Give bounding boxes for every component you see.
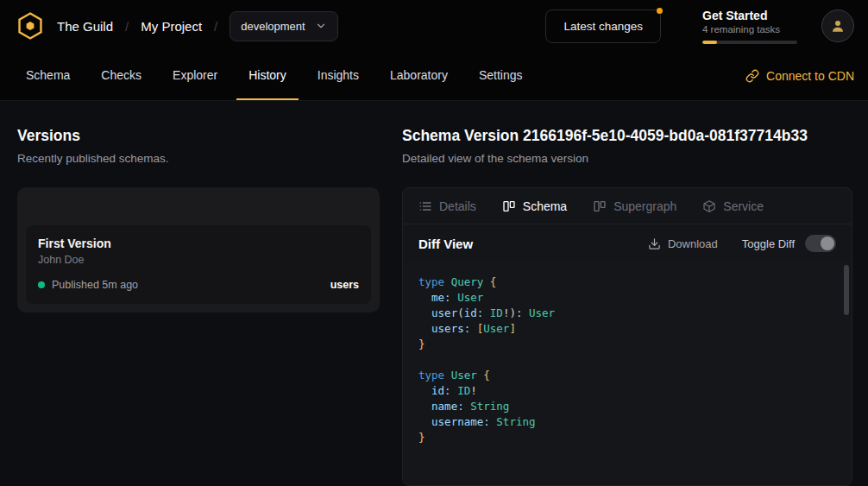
tab-settings[interactable]: Settings (467, 52, 535, 100)
detail-tab-label: Schema (523, 199, 567, 213)
download-button[interactable]: Download (648, 237, 718, 250)
detail-tabs: Details Schema Supergraph (403, 188, 852, 224)
version-status: Published 5m ago (38, 279, 330, 291)
target-selector-value: development (241, 20, 305, 33)
download-icon (648, 237, 661, 250)
code-block: type Query { me: User user(id: ID!): Use… (418, 275, 836, 445)
detail-tab-label: Supergraph (613, 199, 676, 213)
target-selector[interactable]: development (230, 11, 338, 41)
toggle-diff-label: Toggle Diff (742, 237, 795, 250)
version-detail-title: Schema Version 2166196f-5e10-4059-bd0a-0… (402, 127, 852, 145)
hive-logo-icon[interactable] (14, 9, 47, 42)
detail-tab-label: Details (439, 199, 476, 213)
connect-to-cdn-button[interactable]: Connect to CDN (745, 52, 854, 100)
version-detail-panel: Details Schema Supergraph (402, 187, 852, 486)
breadcrumb-separator: / (214, 19, 217, 34)
tab-schema[interactable]: Schema (14, 52, 82, 100)
latest-changes-label: Latest changes (563, 20, 643, 33)
breadcrumb-separator: / (125, 19, 129, 34)
tab-history[interactable]: History (236, 52, 299, 100)
download-label: Download (668, 237, 718, 250)
cube-icon (702, 199, 716, 213)
versions-card: First Version John Doe Published 5m ago … (17, 187, 380, 312)
get-started-title: Get Started (702, 9, 797, 22)
diff-header: Diff View Download Toggle Diff (403, 224, 852, 262)
detail-tab-supergraph[interactable]: Supergraph (593, 199, 676, 213)
breadcrumb: The Guild / My Project / development (57, 11, 338, 41)
main-nav: Schema Checks Explorer History Insights … (0, 52, 868, 101)
version-author: John Doe (38, 254, 330, 266)
diff-view-title: Diff View (418, 237, 648, 251)
get-started-progress-fill (702, 41, 717, 44)
breadcrumb-org[interactable]: The Guild (57, 19, 113, 34)
user-avatar[interactable] (821, 9, 854, 42)
chevron-down-icon (315, 20, 327, 32)
main-content: Versions Recently published schemas. Fir… (0, 101, 868, 486)
toggle-diff-group: Toggle Diff (742, 235, 836, 252)
version-name: First Version (38, 237, 330, 250)
toggle-diff-switch[interactable] (805, 235, 836, 252)
panels-icon (593, 199, 607, 213)
version-item-info: First Version John Doe Published 5m ago (38, 237, 330, 291)
code-scrollbar[interactable] (844, 265, 849, 483)
toggle-knob (821, 237, 834, 250)
version-detail-section: Schema Version 2166196f-5e10-4059-bd0a-0… (402, 127, 852, 486)
hexagon-logo-icon (16, 11, 45, 41)
breadcrumb-project[interactable]: My Project (141, 19, 202, 34)
panels-icon (502, 199, 516, 213)
versions-section: Versions Recently published schemas. Fir… (17, 127, 380, 486)
version-detail-subtitle: Detailed view of the schema version (402, 152, 852, 165)
get-started-widget[interactable]: Get Started 4 remaining tasks (702, 9, 797, 44)
detail-tab-service[interactable]: Service (702, 199, 764, 213)
get-started-progress-track (702, 41, 797, 44)
get-started-subtitle: 4 remaining tasks (702, 24, 797, 35)
detail-tab-details[interactable]: Details (418, 199, 476, 213)
latest-changes-button[interactable]: Latest changes (545, 9, 661, 43)
connect-to-cdn-label: Connect to CDN (766, 69, 854, 83)
code-scrollbar-thumb[interactable] (844, 265, 849, 315)
version-list-item[interactable]: First Version John Doe Published 5m ago … (26, 225, 371, 304)
detail-tab-label: Service (723, 199, 764, 213)
tab-checks[interactable]: Checks (89, 52, 154, 100)
list-icon (418, 199, 432, 213)
top-bar: The Guild / My Project / development Lat… (0, 0, 868, 52)
versions-title: Versions (17, 127, 380, 145)
person-icon (830, 18, 846, 34)
published-dot-icon (38, 281, 45, 288)
detail-tab-schema[interactable]: Schema (502, 199, 567, 213)
tab-explorer[interactable]: Explorer (160, 52, 230, 100)
schema-code-viewer[interactable]: type Query { me: User user(id: ID!): Use… (403, 262, 852, 485)
version-service-badge: users (330, 279, 359, 291)
app-root: The Guild / My Project / development Lat… (0, 0, 868, 486)
link-icon (745, 69, 759, 83)
version-status-text: Published 5m ago (52, 279, 138, 291)
tab-insights[interactable]: Insights (305, 52, 371, 100)
notification-dot (657, 8, 663, 14)
tab-laboratory[interactable]: Laboratory (378, 52, 460, 100)
versions-subtitle: Recently published schemas. (17, 152, 380, 165)
